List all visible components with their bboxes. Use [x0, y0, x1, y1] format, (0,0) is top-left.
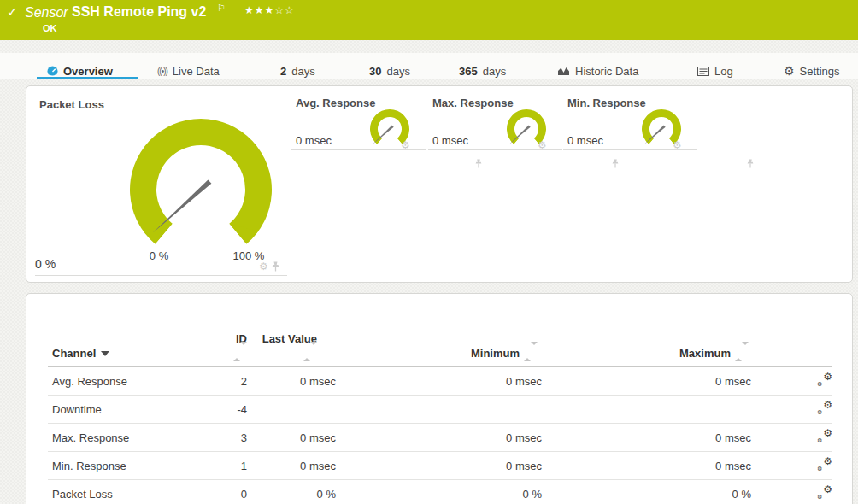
column-header-last-value-label: Last Value [262, 332, 317, 345]
sort-icon [303, 345, 317, 358]
column-header-channel-label: Channel [52, 347, 96, 360]
tab-historic-data-label: Historic Data [575, 65, 638, 78]
live-data-icon: ((•)) [157, 67, 167, 76]
tab-30-days-number: 30 [369, 65, 381, 78]
column-header-minimum[interactable]: Minimum [336, 332, 542, 367]
tab-2-days-number: 2 [280, 65, 286, 78]
gauge-title: Packet Loss [39, 98, 104, 111]
sort-desc-icon [101, 351, 109, 356]
table-row: Min. Response 1 0 msec 0 msec 0 msec ⚙⚙ [48, 452, 832, 480]
sort-icon [524, 345, 538, 358]
channel-maximum-cell: 0 msec [542, 424, 751, 452]
sensor-header: ✓ Sensor SSH Remote Ping v2 ⚐ ★★★☆☆ OK [0, 0, 858, 40]
active-tab-underline [37, 77, 138, 79]
tab-2-days[interactable]: 2 days [280, 62, 315, 79]
settings-gear-icon: ⚙ [784, 65, 795, 77]
channel-actions-cell: ⚙⚙ [751, 480, 832, 504]
table-row: Avg. Response 2 0 msec 0 msec 0 msec ⚙⚙ [48, 367, 832, 396]
gauge-current-value: 0 msec [567, 134, 603, 147]
column-header-actions [751, 332, 832, 367]
log-list-icon [697, 67, 709, 76]
column-header-minimum-label: Minimum [471, 347, 520, 360]
channel-table: Channel ID Last Value Minimum Maximum Av… [48, 332, 832, 504]
object-type-label: Sensor [25, 5, 68, 21]
table-row: Packet Loss 0 0 % 0 % 0 % ⚙⚙ [48, 480, 832, 504]
channel-maximum-cell [542, 396, 751, 424]
channel-id-cell: 1 [219, 452, 247, 480]
channel-minimum-cell: 0 msec [336, 452, 542, 480]
priority-stars[interactable]: ★★★☆☆ [244, 4, 295, 16]
channel-minimum-cell [336, 396, 542, 424]
gauge-gear-icon[interactable]: ⚙ [259, 261, 268, 272]
flag-icon[interactable]: ⚐ [217, 3, 226, 14]
tab-live-data-label: Live Data [173, 65, 220, 78]
tab-live-data[interactable]: ((•)) Live Data [157, 62, 220, 79]
gauge-block-divider [428, 149, 562, 150]
channel-name-cell[interactable]: Packet Loss [48, 480, 219, 504]
channel-maximum-cell: 0 msec [542, 452, 751, 480]
gauge-current-value: 0 % [35, 257, 56, 271]
gauges-panel: Packet Loss 0 % 100 % 0 % ⚙ Avg. Respons… [26, 85, 853, 283]
tab-settings[interactable]: ⚙ Settings [784, 62, 840, 79]
tab-2-days-label: days [291, 65, 314, 78]
channel-name-cell[interactable]: Avg. Response [48, 367, 219, 396]
channel-name-cell[interactable]: Min. Response [48, 452, 219, 480]
channel-table-body: Avg. Response 2 0 msec 0 msec 0 msec ⚙⚙ … [48, 367, 832, 504]
avg-response-gauge-block: Avg. Response 0 msec ⚙ [291, 86, 426, 284]
tab-settings-label: Settings [800, 65, 840, 78]
packet-loss-gauge [120, 108, 282, 271]
channel-settings-gears-icon[interactable]: ⚙⚙ [817, 373, 832, 387]
status-badge: OK [43, 23, 57, 33]
tab-30-days[interactable]: 30 days [369, 62, 410, 79]
sensor-title: SSH Remote Ping v2 [72, 4, 206, 20]
channel-settings-gears-icon[interactable]: ⚙⚙ [817, 401, 832, 415]
channel-last-value-cell [247, 396, 336, 424]
channel-settings-gears-icon[interactable]: ⚙⚙ [817, 458, 832, 472]
channel-name-cell[interactable]: Downtime [48, 396, 219, 424]
table-row: Max. Response 3 0 msec 0 msec 0 msec ⚙⚙ [48, 424, 832, 452]
tab-365-days-number: 365 [459, 65, 478, 78]
gauge-block-divider [35, 275, 287, 276]
channel-name-cell[interactable]: Max. Response [48, 424, 219, 452]
stars-empty: ☆☆ [274, 4, 295, 16]
channel-settings-gears-icon[interactable]: ⚙⚙ [817, 430, 832, 443]
column-header-channel[interactable]: Channel [48, 332, 219, 367]
channel-last-value-cell: 0 msec [247, 452, 336, 480]
column-header-maximum[interactable]: Maximum [542, 332, 751, 367]
column-header-maximum-label: Maximum [679, 347, 731, 360]
gauge-block-divider [291, 149, 426, 150]
table-header-row: Channel ID Last Value Minimum Maximum [48, 332, 832, 367]
gauge-pin-icon[interactable] [272, 261, 279, 272]
channel-last-value-cell: 0 msec [247, 367, 336, 396]
overview-gauge-icon [47, 66, 58, 77]
tab-log[interactable]: Log [697, 62, 733, 79]
channel-maximum-cell: 0 msec [542, 367, 751, 396]
min-response-gauge-block: Min. Response 0 msec ⚙ [563, 86, 697, 284]
channel-actions-cell: ⚙⚙ [751, 424, 832, 452]
stars-filled: ★★★ [244, 4, 274, 16]
table-row: Downtime -4 ⚙⚙ [48, 396, 832, 424]
tab-historic-data[interactable]: Historic Data [557, 62, 638, 79]
channel-id-cell: -4 [219, 396, 247, 424]
channel-maximum-cell: 0 % [542, 480, 751, 504]
channel-settings-gears-icon[interactable]: ⚙⚙ [817, 486, 832, 500]
sort-icon [233, 345, 247, 358]
tab-30-days-label: days [386, 65, 409, 78]
channel-id-cell: 2 [219, 367, 247, 396]
gauge-current-value: 0 msec [296, 134, 332, 147]
channel-last-value-cell: 0 msec [247, 424, 336, 452]
column-header-id[interactable]: ID [219, 332, 247, 367]
column-header-last-value[interactable]: Last Value [247, 332, 336, 367]
channel-last-value-cell: 0 % [247, 480, 336, 504]
channels-panel: Channel ID Last Value Minimum Maximum Av… [26, 293, 853, 504]
channel-actions-cell: ⚙⚙ [751, 367, 832, 396]
sort-icon [735, 345, 749, 358]
channel-actions-cell: ⚙⚙ [751, 396, 832, 424]
gauge-pin-icon[interactable] [747, 159, 754, 168]
gauge-title: Min. Response [567, 97, 646, 109]
gauge-block-divider [563, 149, 697, 150]
tab-365-days-label: days [483, 65, 506, 78]
gauge-title: Avg. Response [296, 97, 375, 109]
tab-365-days[interactable]: 365 days [459, 62, 506, 79]
channel-minimum-cell: 0 % [336, 480, 542, 504]
